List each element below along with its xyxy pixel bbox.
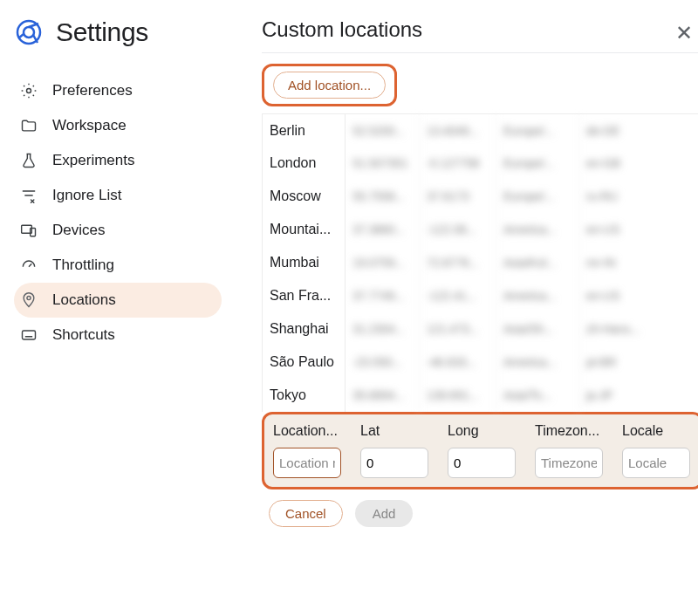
cell-lng: 13.4049... — [420, 114, 496, 147]
cell-locale: en-US — [579, 279, 649, 312]
cell-tz: America... — [496, 279, 579, 312]
cell-name: Mumbai — [263, 246, 346, 279]
cell-lat: 31.2304... — [346, 312, 420, 346]
sidebar-title: Settings — [56, 17, 148, 47]
nav-workspace[interactable]: Workspace — [14, 108, 222, 143]
cell-lng: 121.473... — [420, 312, 496, 346]
cell-locale: en-US — [579, 213, 649, 246]
svg-rect-4 — [31, 229, 36, 236]
flask-icon — [19, 151, 38, 170]
cell-lat: 19.0759... — [346, 246, 420, 279]
settings-sidebar: Settings Preferences Workspace Experimen… — [14, 17, 222, 616]
table-row[interactable]: Moscow55.7558...37.6173Europe/...ru-RU — [262, 180, 698, 213]
cell-lng: -0.127758 — [420, 147, 496, 180]
cell-tz: Asia/To... — [496, 379, 579, 412]
nav-item-label: Workspace — [52, 117, 127, 134]
nav-item-label: Shortcuts — [52, 326, 115, 344]
cell-tz: America... — [496, 346, 579, 379]
cell-tz: Europe/... — [496, 114, 579, 147]
gauge-icon — [19, 256, 38, 275]
cell-lng: -122.41... — [420, 279, 496, 312]
nav-throttling[interactable]: Throttling — [14, 248, 222, 283]
nav-ignore-list[interactable]: Ignore List — [14, 178, 222, 213]
cell-tz: Europe/... — [496, 147, 579, 180]
highlight-new-location-form: Location... Lat Long Timezon... Locale — [262, 412, 698, 489]
gear-icon — [19, 81, 38, 100]
nav-locations[interactable]: Locations — [14, 283, 222, 318]
label-timezone: Timezon... — [535, 423, 605, 439]
table-row[interactable]: Tokyo35.6894...139.691...Asia/To...ja-JP — [262, 379, 698, 412]
input-locale[interactable] — [622, 448, 690, 478]
cell-tz: Europe/... — [496, 180, 579, 213]
highlight-add-location: Add location... — [262, 64, 397, 106]
location-pin-icon — [19, 291, 38, 310]
locations-table: Berlin52.5200...13.4049...Europe/...de-D… — [262, 113, 698, 412]
input-lat[interactable] — [360, 448, 428, 478]
svg-point-1 — [24, 27, 34, 38]
cell-locale: en-GB — [579, 147, 649, 180]
cell-name: Berlin — [263, 114, 346, 147]
nav-item-label: Throttling — [52, 257, 114, 274]
cell-tz: America... — [496, 213, 579, 246]
svg-point-5 — [27, 296, 31, 299]
nav-item-label: Preferences — [52, 82, 133, 99]
cell-tz: Asia/Sh... — [496, 312, 579, 346]
nav-devices[interactable]: Devices — [14, 213, 222, 248]
nav-preferences[interactable]: Preferences — [14, 73, 222, 108]
cell-locale: mr-IN — [579, 246, 649, 279]
cell-locale: de-DE — [579, 114, 649, 147]
add-button[interactable]: Add — [355, 500, 414, 527]
input-location-name[interactable] — [273, 448, 341, 478]
filter-x-icon — [19, 186, 38, 205]
close-icon[interactable]: ✕ — [675, 23, 693, 44]
cell-locale: ja-JP — [579, 379, 649, 412]
devices-icon — [19, 221, 38, 240]
cell-name: Mountai... — [263, 213, 346, 246]
chrome-logo-icon — [16, 19, 42, 45]
cell-locale: pt-BR — [579, 346, 649, 379]
new-location-form: Location... Lat Long Timezon... Locale — [273, 423, 692, 478]
table-row[interactable]: San Fra...37.7749...-122.41...America...… — [262, 279, 698, 312]
cell-lat: 37.3860... — [346, 213, 420, 246]
nav-experiments[interactable]: Experiments — [14, 143, 222, 178]
cell-lat: -23.550... — [346, 346, 420, 379]
cell-lat: 35.6894... — [346, 379, 420, 412]
cell-lng: 37.6173 — [420, 180, 496, 213]
add-location-button[interactable]: Add location... — [273, 72, 386, 99]
input-timezone[interactable] — [535, 448, 603, 478]
cell-name: Tokyo — [263, 379, 346, 412]
nav-item-label: Locations — [52, 291, 116, 309]
cell-lat: 52.5200... — [346, 114, 420, 147]
folder-icon — [19, 116, 38, 135]
svg-rect-6 — [23, 331, 36, 339]
table-row[interactable]: Mumbai19.0759...72.8776...Asia/Kol...mr-… — [262, 246, 698, 279]
table-row[interactable]: London51.507351-0.127758Europe/...en-GB — [262, 147, 698, 180]
cancel-button[interactable]: Cancel — [269, 500, 343, 527]
keyboard-icon — [19, 325, 38, 345]
cell-locale: zh-Hans... — [579, 312, 649, 346]
table-row[interactable]: Shanghai31.2304...121.473...Asia/Sh...zh… — [262, 312, 698, 346]
label-locale: Locale — [622, 423, 692, 439]
cell-name: London — [263, 147, 346, 180]
table-row[interactable]: Mountai...37.3860...-122.08...America...… — [262, 213, 698, 246]
sidebar-nav: Preferences Workspace Experiments Ignore… — [14, 73, 222, 352]
cell-tz: Asia/Kol... — [496, 246, 579, 279]
cell-lng: 72.8776... — [420, 246, 496, 279]
nav-item-label: Ignore List — [52, 187, 121, 204]
label-lat: Lat — [360, 423, 430, 439]
cell-lat: 37.7749... — [346, 279, 420, 312]
table-row[interactable]: Berlin52.5200...13.4049...Europe/...de-D… — [262, 113, 698, 147]
nav-item-label: Experiments — [52, 152, 134, 169]
nav-shortcuts[interactable]: Shortcuts — [14, 318, 222, 352]
cell-name: San Fra... — [263, 279, 346, 312]
cell-lat: 51.507351 — [346, 147, 420, 180]
svg-point-2 — [27, 89, 31, 93]
input-long[interactable] — [448, 448, 516, 478]
nav-item-label: Devices — [52, 222, 105, 239]
cell-lng: -122.08... — [420, 213, 496, 246]
table-row[interactable]: São Paulo-23.550...-46.633...America...p… — [262, 346, 698, 379]
form-footer: Cancel Add — [262, 489, 698, 537]
cell-lng: 139.691... — [420, 379, 496, 412]
cell-name: Moscow — [263, 180, 346, 213]
cell-name: São Paulo — [263, 346, 346, 379]
